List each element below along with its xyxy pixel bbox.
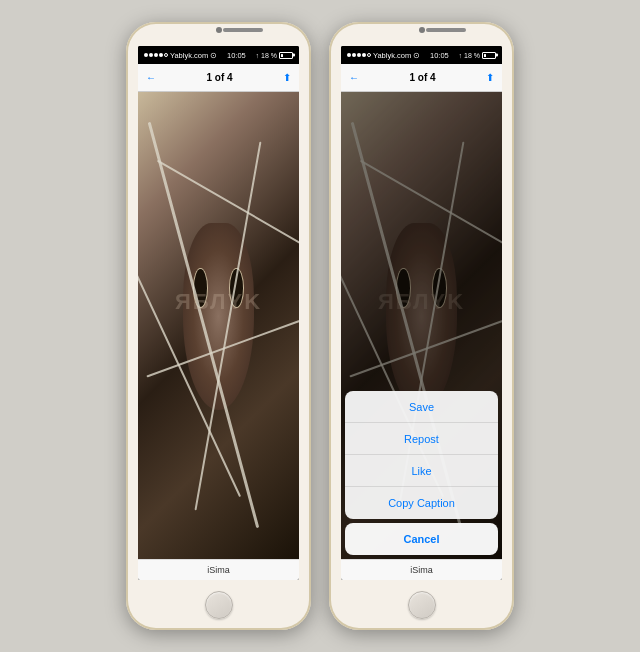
watermark-left: ЯБЛYK [175,289,262,315]
signal-dots [144,53,168,57]
bottom-left [126,580,311,630]
back-button-left[interactable]: ← [146,72,156,83]
like-label: Like [411,465,431,477]
photo-area-left: ЯБЛYK [138,92,299,559]
action-like[interactable]: Like [345,455,498,487]
dot5 [164,53,168,57]
phone-right: Yablyk.com ⊙ 10:05 ↑ 18 % ← 1 of 4 [329,22,514,630]
battery-fill-right [484,54,486,57]
rdot4 [362,53,366,57]
signal-arrow-left: ↑ [256,52,260,59]
dot4 [159,53,163,57]
screen-right: Yablyk.com ⊙ 10:05 ↑ 18 % ← 1 of 4 [341,46,502,580]
bottom-right [329,580,514,630]
carrier-right: Yablyk.com [373,51,411,60]
phone-left: Yablyk.com ⊙ 10:05 ↑ 18 % ← 1 of 4 [126,22,311,630]
cancel-label: Cancel [403,533,439,545]
back-button-right[interactable]: ← [349,72,359,83]
share-button-right[interactable]: ⬆ [486,72,494,83]
action-save[interactable]: Save [345,391,498,423]
camera-left [216,27,222,33]
screen-left: Yablyk.com ⊙ 10:05 ↑ 18 % ← 1 of 4 [138,46,299,580]
save-label: Save [409,401,434,413]
copy-caption-label: Copy Caption [388,497,455,509]
top-bar-right [329,22,514,38]
time-right: 10:05 [430,51,449,60]
dot1 [144,53,148,57]
caption-left: iSima [138,559,299,580]
speaker-right [426,28,466,32]
wifi-icon-left: ⊙ [210,51,217,60]
photo-inner-left: ЯБЛYK [138,92,299,559]
battery-fill-left [281,54,283,57]
top-bar-left [126,22,311,38]
rdot2 [352,53,356,57]
dot3 [154,53,158,57]
battery-pct-left: 18 % [261,52,277,59]
action-sheet-group: Save Repost Like Copy Caption [345,391,498,519]
action-repost[interactable]: Repost [345,423,498,455]
back-arrow-left: ← [146,72,156,83]
repost-label: Repost [404,433,439,445]
signal-dots-r [347,53,371,57]
action-cancel[interactable]: Cancel [345,523,498,555]
signal-arrow-right: ↑ [459,52,463,59]
nav-bar-left: ← 1 of 4 ⬆ [138,64,299,92]
share-button-left[interactable]: ⬆ [283,72,291,83]
nav-title-left: 1 of 4 [156,72,283,83]
home-button-left[interactable] [205,591,233,619]
status-right-left: ↑ 18 % [256,52,293,59]
nav-title-right: 1 of 4 [359,72,486,83]
status-left-r: Yablyk.com ⊙ [347,51,420,60]
action-copy-caption[interactable]: Copy Caption [345,487,498,519]
battery-left [279,52,293,59]
rdot5 [367,53,371,57]
battery-right [482,52,496,59]
action-sheet: Save Repost Like Copy Caption [341,387,502,559]
back-arrow-right: ← [349,72,359,83]
wifi-icon-right: ⊙ [413,51,420,60]
caption-right: iSima [341,559,502,580]
nav-bar-right: ← 1 of 4 ⬆ [341,64,502,92]
dot2 [149,53,153,57]
camera-right [419,27,425,33]
status-left: Yablyk.com ⊙ [144,51,217,60]
home-button-right[interactable] [408,591,436,619]
photo-area-right: ЯБЛYK Save Repost [341,92,502,559]
share-icon-left: ⬆ [283,72,291,83]
carrier-left: Yablyk.com [170,51,208,60]
rdot3 [357,53,361,57]
action-sheet-overlay: Save Repost Like Copy Caption [341,92,502,559]
status-bar-right: Yablyk.com ⊙ 10:05 ↑ 18 % [341,46,502,64]
time-left: 10:05 [227,51,246,60]
scene: Yablyk.com ⊙ 10:05 ↑ 18 % ← 1 of 4 [106,2,534,650]
status-bar-left: Yablyk.com ⊙ 10:05 ↑ 18 % [138,46,299,64]
cat-photo-left: ЯБЛYK [138,92,299,559]
battery-pct-right: 18 % [464,52,480,59]
share-icon-right: ⬆ [486,72,494,83]
rdot1 [347,53,351,57]
speaker-left [223,28,263,32]
status-right-r: ↑ 18 % [459,52,496,59]
